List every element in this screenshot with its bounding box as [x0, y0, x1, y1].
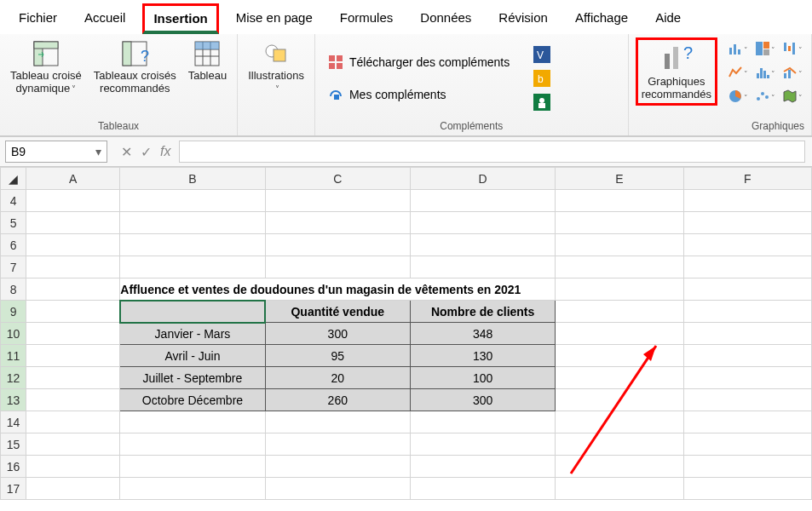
- row-header[interactable]: 4: [1, 190, 26, 212]
- row-header[interactable]: 13: [1, 389, 26, 411]
- treemap-icon: [755, 41, 770, 56]
- spreadsheet: ◢ A B C D E F 4 5 6 7 8 Affluence et ven…: [0, 167, 812, 500]
- recommended-charts-icon: ?: [659, 42, 694, 74]
- row-header[interactable]: 9: [1, 301, 26, 323]
- get-addins-label: Télécharger des compléments: [349, 55, 510, 69]
- line-chart-button[interactable]: [726, 61, 750, 83]
- row-header[interactable]: 6: [1, 234, 26, 256]
- get-addins-button[interactable]: Télécharger des compléments: [322, 50, 515, 74]
- svg-rect-18: [334, 95, 339, 100]
- column-chart-button[interactable]: [726, 37, 750, 60]
- enter-formula-button[interactable]: ✓: [141, 144, 152, 160]
- svg-point-45: [757, 97, 760, 100]
- svg-rect-33: [763, 42, 769, 49]
- table-cell[interactable]: Octobre Décembre: [120, 389, 265, 411]
- svg-rect-4: [123, 42, 131, 66]
- hierarchy-chart-button[interactable]: [753, 37, 777, 60]
- tab-mise-en-page[interactable]: Mise en page: [226, 3, 323, 34]
- svg-rect-15: [337, 55, 343, 61]
- cancel-formula-button[interactable]: ✕: [121, 144, 132, 160]
- row-header[interactable]: 11: [1, 345, 26, 367]
- row-header[interactable]: 16: [1, 456, 26, 478]
- people-addin-button[interactable]: [532, 92, 552, 112]
- name-box[interactable]: B9 ▾: [5, 141, 107, 163]
- svg-rect-37: [792, 43, 795, 55]
- table-button[interactable]: Tableau: [185, 37, 231, 84]
- row-header[interactable]: 10: [1, 323, 26, 345]
- table-cell[interactable]: Juillet - Septembre: [120, 367, 265, 389]
- pivot-table-button[interactable]: Tableau croisédynamique: [7, 37, 85, 97]
- table-cell[interactable]: 348: [410, 323, 555, 345]
- row-header[interactable]: 12: [1, 367, 26, 389]
- col-header-E[interactable]: E: [556, 168, 683, 190]
- group-label-graphiques: Graphiques: [636, 118, 804, 134]
- map-chart-button[interactable]: [780, 85, 804, 107]
- tab-formules[interactable]: Formules: [330, 3, 404, 34]
- chart-gallery: [726, 37, 804, 107]
- formula-bar: B9 ▾ ✕ ✓ fx: [0, 136, 812, 167]
- formula-input[interactable]: [179, 141, 805, 163]
- combo-chart-button[interactable]: [780, 61, 804, 83]
- svg-rect-36: [788, 46, 791, 51]
- col-header-B[interactable]: B: [120, 168, 265, 190]
- people-graph-icon: [533, 94, 550, 111]
- svg-point-46: [761, 92, 764, 95]
- illustrations-label: Illustrations: [248, 69, 304, 82]
- group-tableaux: Tableau croisédynamique ? Tableaux crois…: [0, 34, 238, 135]
- table-cell[interactable]: 100: [410, 367, 555, 389]
- group-label-complements: Compléments: [322, 118, 621, 134]
- svg-rect-2: [34, 42, 58, 49]
- row-header[interactable]: 17: [1, 478, 26, 500]
- group-illustrations: Illustrations: [238, 34, 315, 135]
- bing-addin-button[interactable]: b: [532, 68, 552, 89]
- tab-revision[interactable]: Révision: [488, 3, 558, 34]
- table-cell[interactable]: 20: [265, 367, 410, 389]
- column-chart-icon: [728, 41, 743, 56]
- grid[interactable]: ◢ A B C D E F 4 5 6 7 8 Affluence et ven…: [0, 167, 812, 500]
- tab-fichier[interactable]: Fichier: [9, 3, 67, 34]
- pie-chart-button[interactable]: [726, 85, 750, 107]
- table-cell[interactable]: 130: [410, 345, 555, 367]
- illustrations-button[interactable]: Illustrations: [245, 37, 308, 97]
- svg-rect-25: [538, 103, 545, 108]
- col-header-C[interactable]: C: [265, 168, 410, 190]
- tab-accueil[interactable]: Accueil: [74, 3, 135, 34]
- table-header-cell[interactable]: [120, 301, 265, 323]
- histogram-icon: [755, 65, 770, 80]
- fx-button[interactable]: fx: [160, 144, 170, 160]
- scatter-chart-icon: [755, 89, 770, 104]
- recommended-pivot-label: Tableaux croisésrecommandés: [94, 70, 176, 95]
- waterfall-chart-button[interactable]: [780, 37, 804, 60]
- addins-store-icon: [327, 54, 344, 71]
- row-header[interactable]: 15: [1, 433, 26, 456]
- select-all-button[interactable]: ◢: [1, 168, 26, 190]
- table-cell[interactable]: 300: [410, 389, 555, 411]
- svg-rect-41: [767, 75, 769, 78]
- tab-affichage[interactable]: Affichage: [565, 3, 638, 34]
- table-cell[interactable]: 260: [265, 389, 410, 411]
- col-header-D[interactable]: D: [410, 168, 555, 190]
- tab-donnees[interactable]: Données: [410, 3, 481, 34]
- table-header-cell[interactable]: Quantité vendue: [265, 301, 410, 323]
- visio-addin-button[interactable]: V: [532, 44, 552, 65]
- table-title-cell[interactable]: Affluence et ventes de doudounes d'un ma…: [120, 278, 556, 301]
- table-cell[interactable]: Avril - Juin: [120, 345, 265, 367]
- tab-aide[interactable]: Aide: [645, 3, 691, 34]
- table-cell[interactable]: 95: [265, 345, 410, 367]
- col-header-F[interactable]: F: [683, 168, 811, 190]
- table-header-cell[interactable]: Nombre de clients: [410, 301, 555, 323]
- map-chart-icon: [782, 89, 798, 104]
- row-header[interactable]: 8: [1, 278, 26, 301]
- table-cell[interactable]: 300: [265, 323, 410, 345]
- tab-insertion[interactable]: Insertion: [142, 3, 218, 34]
- recommended-charts-button[interactable]: ? Graphiquesrecommandés: [636, 37, 717, 106]
- recommended-pivot-button[interactable]: ? Tableaux croisésrecommandés: [90, 37, 180, 97]
- scatter-chart-button[interactable]: [753, 85, 777, 107]
- table-cell[interactable]: Janvier - Mars: [120, 323, 265, 345]
- row-header[interactable]: 5: [1, 212, 26, 234]
- row-header[interactable]: 14: [1, 411, 26, 433]
- row-header[interactable]: 7: [1, 256, 26, 278]
- col-header-A[interactable]: A: [26, 168, 120, 190]
- stat-chart-button[interactable]: [753, 61, 777, 83]
- my-addins-button[interactable]: Mes compléments: [322, 83, 515, 106]
